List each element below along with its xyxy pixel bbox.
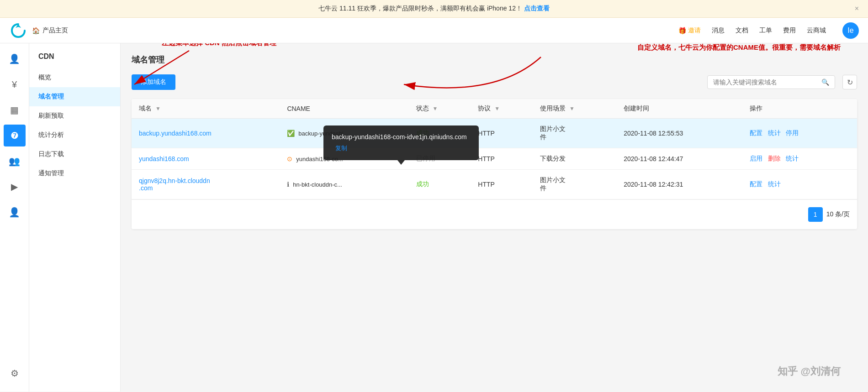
sidebar-item-overview[interactable]: 概览 <box>29 68 120 87</box>
home-nav[interactable]: 🏠 产品主页 <box>32 26 68 35</box>
col-header-domain: 域名 ▼ <box>132 99 280 119</box>
sidebar-icon-cdn[interactable]: ❼ <box>4 125 26 146</box>
logo[interactable] <box>9 21 27 40</box>
cname-value-3: hn-bkt-clouddn-c... <box>293 181 342 188</box>
scenario-cell-3: 图片小文件 <box>533 170 616 199</box>
sidebar-item-refresh[interactable]: 刷新预取 <box>29 106 120 125</box>
domain-link-3[interactable]: qjgnv8j2q.hn-bkt.clouddn.com <box>139 177 210 192</box>
tooltip-content: backup-yundashi168-com-idve1jn.qiniudns.… <box>332 132 471 154</box>
action-delete-2[interactable]: 删除 <box>768 155 781 162</box>
table-row: yundashi168.com ⊙ yundashi168-co... 已停用 … <box>132 148 857 170</box>
content-area: 域名管理 添加域名 🔍 ↻ 域名 ▼ CNAME <box>121 43 868 392</box>
sidebar-icon-storage[interactable]: ▦ <box>4 99 26 121</box>
tooltip-cname-text: backup-yundashi168-com-idve1jn.qiniudns.… <box>332 133 467 141</box>
domain-cell-2: yundashi168.com <box>132 148 280 170</box>
action-stats-1[interactable]: 统计 <box>768 129 781 136</box>
tooltip-arrow <box>397 160 405 165</box>
protocol-cell-3: HTTP <box>471 170 533 199</box>
main-layout: 👤 ¥ ▦ ❼ 👥 ▶ 👤 ⚙ CDN 概览 域名管理 刷新预取 统计分析 日志… <box>0 43 868 392</box>
status-badge-3: 成功 <box>416 180 429 188</box>
avatar[interactable]: Ie <box>842 22 859 39</box>
promo-banner: 七牛云 11.11 狂欢季，爆款产品限时秒杀，满额即有机会赢 iPhone 12… <box>0 0 868 18</box>
invite-nav-item[interactable]: 🎁 邀请 <box>678 26 701 35</box>
domain-table: 域名 ▼ CNAME 状态 ▼ 协议 ▼ 使用场景 ▼ 创建时间 <box>132 99 857 229</box>
domain-link-1[interactable]: backup.yundashi168.com <box>139 130 212 137</box>
col-header-actions: 操作 <box>742 99 857 119</box>
cname-status-icon-2: ⊙ <box>287 155 292 162</box>
billing-icon: ¥ <box>12 79 17 90</box>
sidebar-icon-user[interactable]: 👤 <box>4 48 26 70</box>
protocol-cell-2: HTTP <box>471 148 533 170</box>
cname-status-icon-1: ✅ <box>287 130 295 137</box>
sidebar-icon-settings[interactable]: ⚙ <box>4 362 26 384</box>
message-nav-item[interactable]: 消息 <box>712 26 725 35</box>
action-config-1[interactable]: 配置 <box>750 129 762 136</box>
invite-label: 邀请 <box>688 26 701 35</box>
banner-close[interactable]: × <box>855 5 859 13</box>
status-filter-icon[interactable]: ▼ <box>433 105 438 112</box>
sidebar-item-logs[interactable]: 日志下载 <box>29 145 120 164</box>
protocol-filter-icon[interactable]: ▼ <box>494 105 500 112</box>
ticket-nav-item[interactable]: 工单 <box>759 26 772 35</box>
cdn-icon: ❼ <box>11 130 19 141</box>
search-box: 🔍 <box>707 75 835 89</box>
pagination: 1 10 条/页 <box>132 199 857 229</box>
billing-nav-item[interactable]: 费用 <box>783 26 796 35</box>
sidebar-item-domain[interactable]: 域名管理 <box>29 87 120 106</box>
domain-link-2[interactable]: yundashi168.com <box>139 155 189 162</box>
annotation-cname-desc: 自定义域名，七牛云为你配置的CNAME值。很重要，需要域名解析 <box>637 43 841 52</box>
user2-icon: 👤 <box>9 207 20 218</box>
cname-status-icon-3: ℹ <box>287 181 289 188</box>
search-input[interactable] <box>713 78 821 86</box>
scenario-cell-1: 图片小文件 <box>533 119 616 148</box>
page-size: 10 条/页 <box>826 210 850 219</box>
add-domain-button[interactable]: 添加域名 <box>132 74 175 90</box>
toolbar: 添加域名 🔍 ↻ <box>132 74 857 90</box>
sidebar-icon-user2[interactable]: 👤 <box>4 201 26 223</box>
action-enable-2[interactable]: 启用 <box>750 155 762 162</box>
docs-nav-item[interactable]: 文档 <box>736 26 748 35</box>
search-icon[interactable]: 🔍 <box>821 78 829 86</box>
video-icon: ▶ <box>11 181 18 192</box>
text-sidebar: CDN 概览 域名管理 刷新预取 统计分析 日志下载 通知管理 <box>29 43 121 392</box>
action-stop-1[interactable]: 停用 <box>786 129 799 136</box>
protocol-cell-1: HTTP <box>471 119 533 148</box>
col-header-protocol: 协议 ▼ <box>471 99 533 119</box>
action-stats-2[interactable]: 统计 <box>786 155 799 162</box>
shop-nav-item[interactable]: 云商城 <box>807 26 826 35</box>
col-header-scenario: 使用场景 ▼ <box>533 99 616 119</box>
table-row: qjgnv8j2q.hn-bkt.clouddn.com ℹ hn-bkt-cl… <box>132 170 857 199</box>
col-header-cname: CNAME <box>280 99 408 119</box>
sidebar-icon-billing[interactable]: ¥ <box>4 73 26 95</box>
sidebar-icon-team[interactable]: 👥 <box>4 150 26 172</box>
home-icon: 🏠 <box>32 27 40 34</box>
page-title: 域名管理 <box>132 54 857 65</box>
action-stats-3[interactable]: 统计 <box>768 180 781 188</box>
sidebar-title: CDN <box>29 52 120 68</box>
actions-cell-1: 配置 统计 停用 <box>742 119 857 148</box>
team-icon: 👥 <box>9 156 20 167</box>
storage-icon: ▦ <box>10 105 19 115</box>
sidebar-icon-video[interactable]: ▶ <box>4 176 26 198</box>
header: 🏠 产品主页 🎁 邀请 消息 文档 工单 费用 云商城 Ie <box>0 18 868 43</box>
created-cell-2: 2020-11-08 12:44:47 <box>616 148 742 170</box>
sidebar-item-notify[interactable]: 通知管理 <box>29 164 120 183</box>
scenario-cell-2: 下载分发 <box>533 148 616 170</box>
action-config-3[interactable]: 配置 <box>750 180 762 188</box>
actions-cell-2: 启用 删除 统计 <box>742 148 857 170</box>
icon-sidebar: 👤 ¥ ▦ ❼ 👥 ▶ 👤 ⚙ <box>0 43 29 392</box>
cname-cell-3: ℹ hn-bkt-clouddn-c... <box>280 170 408 199</box>
settings-icon: ⚙ <box>11 368 19 379</box>
sidebar-item-stats[interactable]: 统计分析 <box>29 125 120 145</box>
page-btn-1[interactable]: 1 <box>808 207 823 222</box>
scenario-filter-icon[interactable]: ▼ <box>569 105 575 112</box>
banner-link[interactable]: 点击查看 <box>524 5 550 12</box>
tooltip-copy-button[interactable]: 复制 <box>335 145 347 152</box>
user-icon: 👤 <box>9 53 20 64</box>
header-nav: 🎁 邀请 消息 文档 工单 费用 云商城 Ie <box>678 22 859 39</box>
created-cell-1: 2020-11-08 12:55:53 <box>616 119 742 148</box>
home-label: 产品主页 <box>42 26 68 35</box>
col-header-status: 状态 ▼ <box>409 99 471 119</box>
refresh-button[interactable]: ↻ <box>842 75 857 89</box>
domain-filter-icon[interactable]: ▼ <box>155 105 161 112</box>
